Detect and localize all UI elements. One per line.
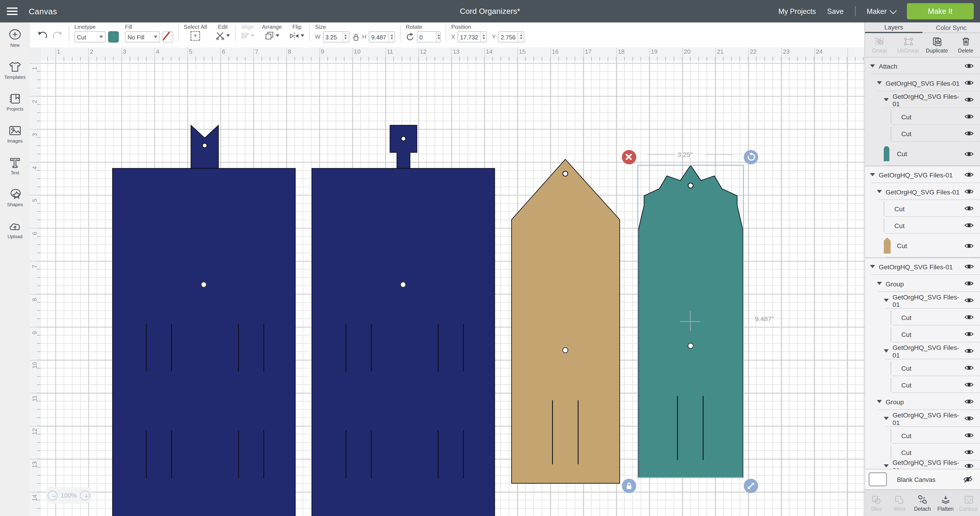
sidebar-item-text[interactable]: Text (0, 150, 30, 182)
redo-icon[interactable] (52, 30, 64, 40)
eye-icon[interactable] (964, 398, 974, 405)
eye-icon[interactable] (964, 347, 974, 354)
position-y-stepper[interactable] (518, 32, 524, 42)
rotate-stepper[interactable] (436, 32, 440, 42)
eye-off-icon[interactable] (963, 476, 973, 483)
delete-button[interactable]: Delete (951, 33, 980, 57)
disclosure-triangle-icon[interactable] (870, 265, 875, 268)
eye-icon[interactable] (964, 62, 974, 69)
layer-row[interactable]: Cut (865, 376, 980, 393)
width-stepper[interactable] (342, 32, 348, 42)
zoom-out-button[interactable]: − (48, 490, 57, 500)
layer-group-row[interactable]: GetOrgHQ_SVG Files-01 (865, 342, 980, 359)
edit-button[interactable]: Edit (216, 22, 230, 44)
layer-group-row[interactable]: GetOrgHQ_SVG Files-01 (865, 183, 980, 200)
eye-icon[interactable] (964, 432, 974, 439)
eye-icon[interactable] (964, 80, 974, 86)
sidebar-item-upload[interactable]: Upload (0, 214, 30, 245)
disclosure-triangle-icon[interactable] (884, 417, 889, 420)
fill-none-swatch[interactable] (162, 31, 173, 43)
layer-row[interactable]: Cut (865, 125, 980, 142)
fill-select[interactable]: No Fill (125, 31, 160, 43)
make-it-button[interactable]: Make It (907, 3, 974, 19)
position-x-input[interactable]: 17.732 (458, 31, 487, 43)
undo-icon[interactable] (36, 30, 48, 40)
layer-group-row[interactable]: GetOrgHQ_SVG Files-01 (865, 410, 980, 427)
disclosure-triangle-icon[interactable] (884, 98, 889, 101)
rotate-icon[interactable] (406, 32, 414, 41)
eye-icon[interactable] (964, 150, 974, 157)
disclosure-triangle-icon[interactable] (877, 190, 882, 193)
layer-row[interactable]: Cut (865, 217, 980, 234)
width-input[interactable]: 3.25 (323, 31, 349, 43)
layer-group-row[interactable]: GetOrgHQ_SVG Files-01 (865, 166, 980, 183)
eye-icon[interactable] (964, 449, 974, 455)
detach-button[interactable]: Detach (911, 490, 934, 516)
disclosure-triangle-icon[interactable] (884, 464, 889, 468)
save-link[interactable]: Save (827, 8, 844, 15)
eye-icon[interactable] (964, 381, 974, 388)
layer-row[interactable]: Cut (865, 427, 980, 444)
eye-icon[interactable] (964, 263, 974, 270)
position-y-input[interactable]: 2.756 (498, 31, 525, 43)
position-x-stepper[interactable] (480, 32, 486, 42)
rotate-input[interactable]: 0 (417, 31, 441, 43)
eye-icon[interactable] (964, 242, 974, 249)
tab-color-sync[interactable]: Color Sync (923, 22, 980, 33)
eye-icon[interactable] (964, 314, 974, 321)
disclosure-triangle-icon[interactable] (877, 282, 882, 285)
layer-row[interactable]: Cut (865, 325, 980, 342)
linetype-select[interactable]: Cut (75, 31, 106, 43)
linetype-color-swatch[interactable] (108, 31, 119, 43)
disclosure-triangle-icon[interactable] (884, 299, 889, 302)
machine-selector[interactable]: Maker (867, 8, 896, 15)
layer-group-row[interactable]: GetOrgHQ_SVG Files-01 (865, 292, 980, 309)
layer-row[interactable]: Cut (865, 234, 980, 258)
layer-group-row[interactable]: Group (865, 393, 980, 410)
layer-group-row[interactable]: Attach (865, 57, 980, 75)
canvas-color-swatch[interactable] (869, 473, 887, 486)
layer-row[interactable]: Cut (865, 142, 980, 166)
disclosure-triangle-icon[interactable] (877, 81, 882, 84)
disclosure-triangle-icon[interactable] (884, 349, 889, 353)
eye-icon[interactable] (964, 280, 974, 287)
eye-icon[interactable] (964, 331, 974, 338)
arrange-button[interactable]: Arrange (262, 22, 282, 44)
sidebar-item-projects[interactable]: Projects (0, 86, 30, 118)
disclosure-triangle-icon[interactable] (877, 400, 882, 403)
disclosure-triangle-icon[interactable] (870, 173, 875, 177)
flatten-button[interactable]: Flatten (934, 490, 957, 516)
layer-row[interactable]: Cut (865, 200, 980, 217)
layer-group-row[interactable]: GetOrgHQ_SVG Files-01 (865, 460, 980, 468)
menu-icon[interactable] (0, 0, 24, 22)
eye-icon[interactable] (964, 96, 974, 103)
canvas-grid[interactable] (40, 61, 865, 516)
eye-icon[interactable] (964, 463, 974, 469)
flip-button[interactable]: Flip (290, 22, 304, 44)
layer-row[interactable]: Cut (865, 359, 980, 376)
eye-icon[interactable] (964, 297, 974, 304)
eye-icon[interactable] (964, 222, 974, 229)
eye-icon[interactable] (964, 113, 974, 120)
size-lock-icon[interactable] (352, 32, 360, 42)
duplicate-button[interactable]: Duplicate (923, 33, 951, 57)
layer-row[interactable]: Cut (865, 309, 980, 325)
select-all-button[interactable]: Select All + (184, 22, 207, 44)
height-input[interactable]: 9.487 (369, 31, 395, 43)
height-stepper[interactable] (388, 32, 395, 42)
eye-icon[interactable] (964, 415, 974, 422)
eye-icon[interactable] (964, 365, 974, 371)
eye-icon[interactable] (964, 188, 974, 195)
eye-icon[interactable] (964, 130, 974, 137)
sidebar-item-shapes[interactable]: Shapes (0, 182, 30, 213)
layer-group-row[interactable]: GetOrgHQ_SVG Files-01 (865, 91, 980, 108)
sidebar-item-new[interactable]: New (0, 22, 30, 54)
layer-row[interactable]: Cut (865, 444, 980, 460)
eye-icon[interactable] (964, 171, 974, 178)
eye-icon[interactable] (964, 205, 974, 212)
sidebar-item-templates[interactable]: Templates (0, 54, 30, 86)
blank-canvas-row[interactable]: Blank Canvas (865, 469, 980, 489)
my-projects-link[interactable]: My Projects (778, 8, 816, 15)
layer-group-row[interactable]: GetOrgHQ_SVG Files-01 (865, 258, 980, 275)
zoom-in-button[interactable]: + (80, 490, 90, 500)
